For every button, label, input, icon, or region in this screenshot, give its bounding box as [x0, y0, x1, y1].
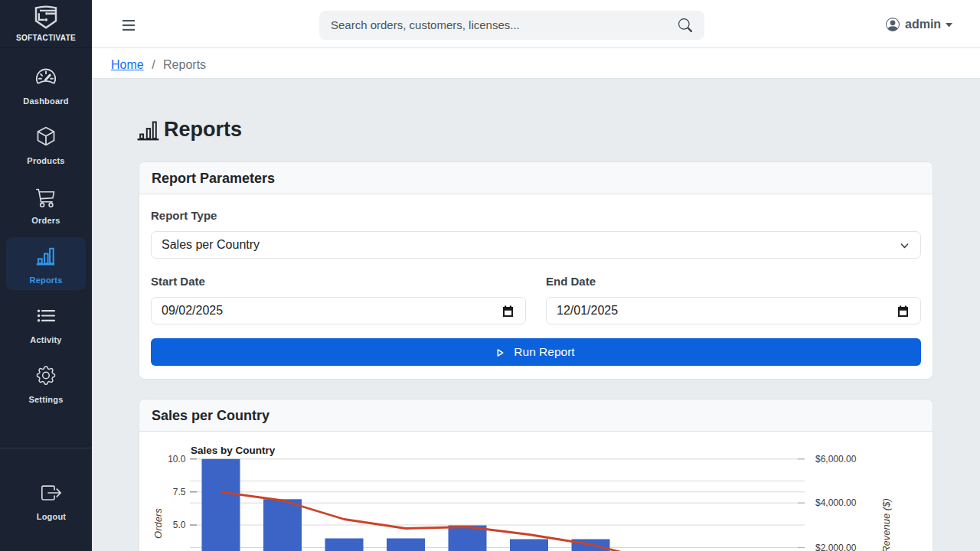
svg-text:Revenue ($): Revenue ($): [880, 498, 892, 551]
svg-text:$4,000.00: $4,000.00: [815, 497, 857, 508]
svg-text:Orders: Orders: [152, 508, 164, 539]
svg-text:7.5: 7.5: [173, 487, 186, 497]
svg-text:$6,000.00: $6,000.00: [815, 454, 857, 465]
svg-text:5.0: 5.0: [173, 520, 186, 530]
svg-text:$2,000.00: $2,000.00: [815, 543, 857, 551]
svg-text:Sales by Country: Sales by Country: [191, 445, 276, 456]
svg-text:10.0: 10.0: [168, 454, 186, 465]
